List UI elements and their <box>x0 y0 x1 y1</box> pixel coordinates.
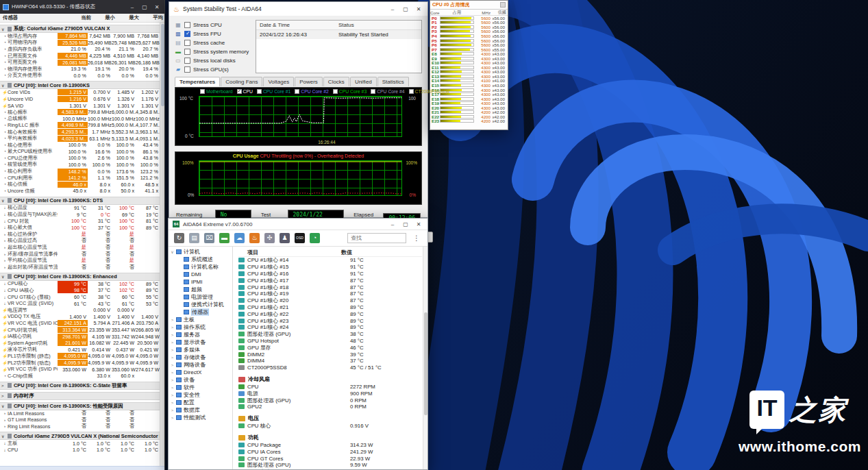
sidebar-item-显示设备[interactable]: >显示设备 <box>169 338 232 346</box>
sensor-row[interactable]: ↓主板1.0 °C1.0 °C1.0 °C1.0 °C <box>0 440 160 447</box>
sensor-row[interactable]: ◔可用页面文件26,081 MB26,018 MB26,301 MB26,186… <box>0 59 160 66</box>
legend-checkbox[interactable] <box>257 89 262 94</box>
sensor-row[interactable]: ›超出封装/环形温度节流限制否否否 <box>0 264 160 271</box>
sensor-row[interactable]: ◔Uncore 倍频45.0 x8.0 x50.0 x41.1 x <box>0 188 160 195</box>
sensor-row[interactable]: ◔C-Chip倍频33.0 x60.0 x <box>0 373 160 380</box>
sensor-row[interactable]: ↓核心温度91 °C31 °C100 °C87 °C <box>0 205 160 212</box>
legend-checkbox[interactable] <box>295 89 299 94</box>
sensor-row[interactable]: ◔Ring/LLC 频率4,498.9 M..799.8 MHz5,000.0 … <box>0 122 160 129</box>
sensor-row[interactable]: ›超出核心温度节流是否是 <box>0 244 160 251</box>
sensor-row[interactable]: ↓CPU1.0 °C1.0 °C1.0 °C1.0 °C <box>0 447 160 454</box>
expander-closed-icon[interactable]: > <box>171 356 174 360</box>
sensor-row[interactable]: ◔核心频率4,583.9 M..799.8 MHz6,000.0 M..4,34… <box>0 109 160 116</box>
legend-checkbox[interactable] <box>371 89 375 94</box>
log-row[interactable]: 2024/1/22 16:26:43 Stability Test Starte… <box>256 30 421 39</box>
expander-closed-icon[interactable]: > <box>171 341 174 345</box>
expander-closed-icon[interactable]: > <box>171 408 174 412</box>
sensor-row[interactable]: ⚡VR VCC 电流 (SVID IOUT)242.151 A5.794 A27… <box>0 320 160 327</box>
sensor-row[interactable]: ›核心温度过高否否否 <box>0 238 160 245</box>
sidebar-item-配置[interactable]: >配置 <box>169 399 232 406</box>
sidebar-item-多媒体[interactable]: >多媒体 <box>169 346 232 354</box>
hwinfo-section-header[interactable]: ∨系统: Colorful iGame Z790D5 VULCAN X <box>0 25 160 33</box>
sensor-row[interactable]: ⚡IA核心功耗298.701 W4.105 W331.742 W244.948 … <box>0 333 160 340</box>
sensor-row[interactable]: ⚡电压调节0.000 V0.000 V <box>0 307 160 314</box>
stress-option-stress-fpu[interactable]: ▩Stress FPU <box>175 31 251 37</box>
sensor-row[interactable]: ›IA Limit Reasons否否否 <box>0 410 160 417</box>
minimize-icon[interactable]: – <box>388 6 397 12</box>
search-input[interactable] <box>347 233 406 243</box>
checkbox[interactable] <box>184 40 190 46</box>
expander-open-icon[interactable]: ∨ <box>171 249 174 254</box>
tab-powers[interactable]: Powers <box>295 77 323 86</box>
expander-open-icon[interactable]: ∨ <box>1 274 5 279</box>
sensor-row[interactable]: ◔CPU总使用率100.0 %2.6 %100.0 %43.8 % <box>0 155 160 162</box>
sensor-row[interactable]: CPU Package314.23 W <box>238 442 422 449</box>
sensor-row[interactable]: ↓CPU IA核心98 °C37 °C102 °C89 °C <box>0 287 160 294</box>
sensor-row[interactable]: ◔平均有效频率4,023.3 M..63.1 MHz5,133.5 M..4,0… <box>0 135 160 142</box>
legend-cpu-core-3[interactable]: CPU Core #3 <box>333 89 367 94</box>
tab-unified[interactable]: Unified <box>350 77 377 86</box>
tab-cooling-fans[interactable]: Cooling Fans <box>221 77 262 86</box>
minimize-icon[interactable]: – <box>388 221 397 227</box>
hwinfo-section-header[interactable]: >CPU [#0]: Intel Core i9-13900KS: C-Stat… <box>0 382 160 390</box>
tab-statistics[interactable]: Statistics <box>377 77 409 86</box>
expander-open-icon[interactable]: ∨ <box>1 27 5 32</box>
hwinfo-section-header[interactable]: ∨CPU [#0]: Intel Core i9-13900KS <box>0 81 160 89</box>
expander-closed-icon[interactable]: > <box>171 378 174 382</box>
sensor-row[interactable]: ⚡Core VIDs1.215 V0.700 V1.485 V1.202 V <box>0 89 160 96</box>
sensor-row[interactable]: ›平均核心温度节流是否是 <box>0 257 160 264</box>
expander-closed-icon[interactable]: > <box>171 386 174 390</box>
hwinfo-section-header[interactable]: >内存时序 <box>0 392 160 400</box>
expander-closed-icon[interactable]: > <box>171 371 174 375</box>
sidebar-item-网络设备[interactable]: >网络设备 <box>169 361 232 369</box>
sensor-row[interactable]: ◔核心利用率148.2 %0.0 %173.6 %123.2 % <box>0 168 160 175</box>
sensor-panel-scrollbar[interactable] <box>423 247 427 469</box>
sidebar-item-软件[interactable]: >软件 <box>169 384 232 391</box>
hwinfo-horizontal-scrollbar[interactable] <box>0 466 164 470</box>
sensor-row[interactable]: ⚡CPU封装功耗313.364 W23.355 W353.447 W266.80… <box>0 327 160 334</box>
memory-icon[interactable]: ▬ <box>219 233 230 243</box>
sidebar-item-DMI[interactable]: DMI <box>169 271 232 278</box>
sensor-row[interactable]: ◔虚拟内存负载率21.0 %20.4 %21.1 %20.7 % <box>0 46 160 53</box>
sensor-row[interactable]: ◔CPU利用率141.2 %1.1 %151.5 %121.2 % <box>0 175 160 182</box>
sidebar-item-设备[interactable]: >设备 <box>169 376 232 384</box>
sidebar-item-超频[interactable]: 超频 <box>169 286 232 293</box>
sidebar-item-DirectX[interactable]: >DirectX <box>169 369 232 376</box>
sensor-row[interactable]: ⚡PL1功率限制 (静态)4,095.0 W4,095.0 W4,095.0 W… <box>0 353 160 360</box>
sensor-row[interactable]: ◔核心有效频率4,293.5 M..1.7 MHz5,552.3 M..3,96… <box>0 129 160 136</box>
expander-closed-icon[interactable]: > <box>1 394 5 398</box>
expander-closed-icon[interactable]: > <box>171 401 174 405</box>
sidebar-item-计算机名称[interactable]: 计算机名称 <box>169 263 232 271</box>
sensor-row[interactable]: ⚡PL2功率限制 (动态)4,095.9 W4,095.9 W4,095.9 W… <box>0 360 160 367</box>
sidebar-item-便携式计算机[interactable]: 便携式计算机 <box>169 301 232 308</box>
sensor-row[interactable]: ◔分页文件使用率0.0 %0.0 %0.0 %0.0 % <box>0 73 160 79</box>
network-icon[interactable]: ☁ <box>234 233 245 243</box>
sensor-row[interactable]: ⚡VR VCC 功率 (SVID POUT)353.060 W6.380 W35… <box>0 366 160 373</box>
stress-option-stress-cache[interactable]: ▤Stress cache <box>175 40 251 46</box>
refresh-icon[interactable]: ↻ <box>174 233 184 243</box>
close-icon[interactable]: ✕ <box>414 6 423 12</box>
sensor-row[interactable]: GPU 显存46 °C <box>238 344 422 351</box>
expander-closed-icon[interactable]: > <box>1 384 5 388</box>
tab-clocks[interactable]: Clocks <box>323 77 349 86</box>
sidebar-item-传感器[interactable]: 传感器 <box>169 308 232 316</box>
close-icon[interactable]: ✕ <box>152 4 162 10</box>
sensor-row[interactable]: 图形处理器 (GPU)0 RPM <box>238 397 422 404</box>
sidebar-item-操作系统[interactable]: >操作系统 <box>169 323 232 331</box>
stress-option-stress-gpu-s-[interactable]: ▰Stress GPU(s) <box>175 66 251 73</box>
sensor-row[interactable]: CT2000P5SSD845 °C / 51 °C <box>238 364 422 371</box>
close-icon[interactable]: ✕ <box>414 221 423 227</box>
checkbox[interactable] <box>184 66 190 73</box>
checkbox[interactable] <box>184 22 190 28</box>
sensor-row[interactable]: ⚡液冷芯片功耗0.421 W0.414 W0.437 W0.421 W <box>0 347 160 354</box>
tab-temperatures[interactable]: Temperatures <box>175 77 220 86</box>
fan-icon[interactable]: ✣ <box>264 233 275 243</box>
legend-cpu[interactable]: CPU <box>237 89 253 94</box>
sensor-row[interactable]: ◔可用物理内存25,526 MB25,490 MB25,748 MB25,627… <box>0 40 160 47</box>
sidebar-item-安全性[interactable]: >安全性 <box>169 391 232 399</box>
sensor-row[interactable]: ⚡VDDQ TX 电压1.400 V1.400 V1.400 V1.400 V <box>0 314 160 321</box>
sidebar-item-性能测试[interactable]: >性能测试 <box>169 414 232 421</box>
expander-closed-icon[interactable]: > <box>171 333 174 337</box>
sensor-row[interactable]: DIMM437 °C <box>238 358 422 364</box>
sidebar-item-数据库[interactable]: >数据库 <box>169 406 232 414</box>
